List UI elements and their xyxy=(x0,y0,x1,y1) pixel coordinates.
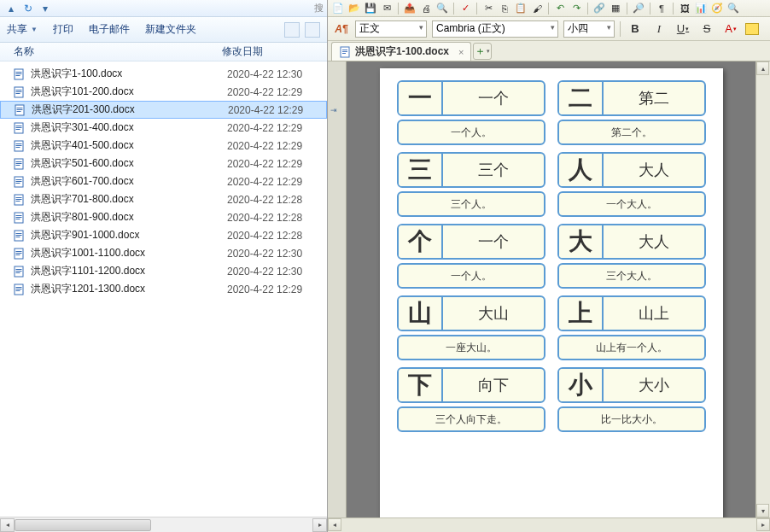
font-color-button[interactable]: A▾ xyxy=(721,20,740,38)
card-word: 三个 xyxy=(443,154,544,186)
ruler-marker-icon: ⇥ xyxy=(330,106,342,114)
file-row[interactable]: 洪恩识字1201-1300.docx2020-4-22 12:29 xyxy=(0,280,327,298)
font-combo[interactable] xyxy=(432,20,558,38)
open-icon[interactable]: 📂 xyxy=(347,2,361,15)
file-row[interactable]: 洪恩识字101-200.docx2020-4-22 12:29 xyxy=(0,83,327,101)
new-tab-button[interactable]: ＋▾ xyxy=(473,43,492,60)
save-icon[interactable]: 💾 xyxy=(364,2,377,15)
svg-rect-37 xyxy=(16,233,22,234)
redo-icon[interactable]: ↷ xyxy=(569,2,583,15)
dropdown-icon[interactable]: ▾ xyxy=(38,2,53,15)
svg-rect-11 xyxy=(17,111,21,112)
print-button[interactable]: 打印 xyxy=(53,22,73,37)
file-date: 2020-4-22 12:29 xyxy=(227,140,302,152)
gallery-icon[interactable]: 🖼 xyxy=(678,2,691,15)
flashcard: 个一个一个人。 xyxy=(397,224,545,289)
docx-icon xyxy=(12,121,26,135)
chart-icon[interactable]: 📊 xyxy=(694,2,708,15)
svg-rect-17 xyxy=(16,143,22,144)
file-row[interactable]: 洪恩识字601-700.docx2020-4-22 12:29 xyxy=(0,172,327,190)
file-date: 2020-4-22 12:29 xyxy=(228,104,303,116)
italic-button[interactable]: I xyxy=(650,20,668,38)
svg-rect-49 xyxy=(16,287,22,288)
scroll-up-button[interactable]: ▴ xyxy=(756,61,769,75)
svg-rect-55 xyxy=(342,53,346,54)
card-word: 大小 xyxy=(604,369,704,401)
paragraph-style-icon[interactable]: A¶ xyxy=(333,20,350,38)
file-row[interactable]: 洪恩识字501-600.docx2020-4-22 12:29 xyxy=(0,155,327,172)
column-date-header[interactable]: 修改日期 xyxy=(222,44,327,59)
card-sentence: 三个人。 xyxy=(397,191,545,217)
vertical-ruler: ⇥ xyxy=(328,61,347,517)
view-details-icon[interactable] xyxy=(305,22,320,38)
scroll-track[interactable] xyxy=(15,518,312,532)
document-tabs: 洪恩识字1-100.docx × ＋▾ xyxy=(328,41,770,61)
style-combo[interactable] xyxy=(355,20,427,38)
close-tab-icon[interactable]: × xyxy=(458,47,464,57)
undo-icon[interactable]: ↶ xyxy=(553,2,567,15)
cut-icon[interactable]: ✂ xyxy=(481,2,495,15)
file-row[interactable]: 洪恩识字1-100.docx2020-4-22 12:30 xyxy=(0,65,327,83)
find-icon[interactable]: 🔎 xyxy=(632,2,645,15)
column-name-header[interactable]: 名称 xyxy=(0,44,222,59)
page-viewport[interactable]: 一一个一个人。二第二第二个。三三个三个人。人大人一个大人。个一个一个人。大大人三… xyxy=(347,61,755,517)
horizontal-scrollbar[interactable]: ◂ ▸ xyxy=(0,517,327,532)
navigator-icon[interactable]: 🧭 xyxy=(710,2,724,15)
docx-icon xyxy=(12,193,26,207)
svg-rect-51 xyxy=(16,290,20,291)
file-list: 洪恩识字1-100.docx2020-4-22 12:30洪恩识字101-200… xyxy=(0,61,327,517)
document-tab[interactable]: 洪恩识字1-100.docx × xyxy=(331,42,471,61)
file-row[interactable]: 洪恩识字301-400.docx2020-4-22 12:29 xyxy=(0,119,327,137)
link-icon[interactable]: 🔗 xyxy=(592,2,606,15)
share-button[interactable]: 共享▼ xyxy=(7,22,38,37)
svg-rect-2 xyxy=(16,73,22,74)
paste-icon[interactable]: 📋 xyxy=(514,2,528,15)
refresh-icon[interactable]: ↻ xyxy=(20,2,36,15)
file-row[interactable]: 洪恩识字201-300.docx2020-4-22 12:29 xyxy=(0,101,327,119)
export-icon[interactable]: 📤 xyxy=(403,2,417,15)
size-combo[interactable] xyxy=(563,20,615,38)
file-row[interactable]: 洪恩识字401-500.docx2020-4-22 12:29 xyxy=(0,137,327,155)
strikethrough-button[interactable]: S xyxy=(697,20,716,38)
scroll-thumb[interactable] xyxy=(15,519,151,531)
editor-horizontal-scrollbar[interactable]: ◂ ▸ xyxy=(328,517,770,532)
print-icon[interactable]: 🖨 xyxy=(419,2,433,15)
preview-icon[interactable]: 🔍 xyxy=(435,2,449,15)
svg-rect-22 xyxy=(16,163,22,164)
mail-icon[interactable]: ✉ xyxy=(380,2,394,15)
scroll-right-button[interactable]: ▸ xyxy=(312,518,327,532)
flashcard: 人大人一个大人。 xyxy=(557,152,706,217)
table-icon[interactable]: ▦ xyxy=(609,2,622,15)
zoom-icon[interactable]: 🔍 xyxy=(726,2,740,15)
vertical-scrollbar[interactable]: ▴ ▾ xyxy=(755,61,770,517)
card-character: 三 xyxy=(399,154,443,186)
file-row[interactable]: 洪恩识字1101-1200.docx2020-4-22 12:30 xyxy=(0,262,327,280)
docx-icon xyxy=(12,265,26,278)
file-row[interactable]: 洪恩识字701-800.docx2020-4-22 12:28 xyxy=(0,190,327,208)
file-name: 洪恩识字1-100.docx xyxy=(31,67,227,81)
up-icon[interactable]: ▴ xyxy=(3,2,19,15)
editor-scroll-left-button[interactable]: ◂ xyxy=(328,518,341,531)
underline-button[interactable]: U▾ xyxy=(674,20,692,38)
spellcheck-icon[interactable]: ✓ xyxy=(458,2,472,15)
file-row[interactable]: 洪恩识字801-900.docx2020-4-22 12:28 xyxy=(0,208,327,226)
new-icon[interactable]: 📄 xyxy=(331,2,345,15)
tab-title: 洪恩识字1-100.docx xyxy=(355,44,449,59)
copy-icon[interactable]: ⎘ xyxy=(498,2,511,15)
view-list-icon[interactable] xyxy=(284,22,300,38)
new-folder-button[interactable]: 新建文件夹 xyxy=(145,22,196,37)
svg-rect-25 xyxy=(16,179,22,180)
nonprinting-icon[interactable]: ¶ xyxy=(655,2,668,15)
svg-rect-38 xyxy=(16,235,22,236)
highlight-button[interactable] xyxy=(745,23,759,35)
card-word: 山上 xyxy=(604,297,704,330)
scroll-left-button[interactable]: ◂ xyxy=(0,518,15,532)
format-paint-icon[interactable]: 🖌 xyxy=(530,2,544,15)
standard-toolbar: 📄 📂 💾 ✉ 📤 🖨 🔍 ✓ ✂ ⎘ 📋 🖌 ↶ ↷ 🔗 ▦ 🔎 ¶ 🖼 📊 … xyxy=(328,0,770,17)
file-row[interactable]: 洪恩识字901-1000.docx2020-4-22 12:28 xyxy=(0,226,327,244)
file-row[interactable]: 洪恩识字1001-1100.docx2020-4-22 12:30 xyxy=(0,244,327,262)
scroll-down-button[interactable]: ▾ xyxy=(756,504,769,517)
editor-scroll-right-button[interactable]: ▸ xyxy=(756,518,770,531)
email-button[interactable]: 电子邮件 xyxy=(89,22,130,37)
bold-button[interactable]: B xyxy=(626,20,645,38)
